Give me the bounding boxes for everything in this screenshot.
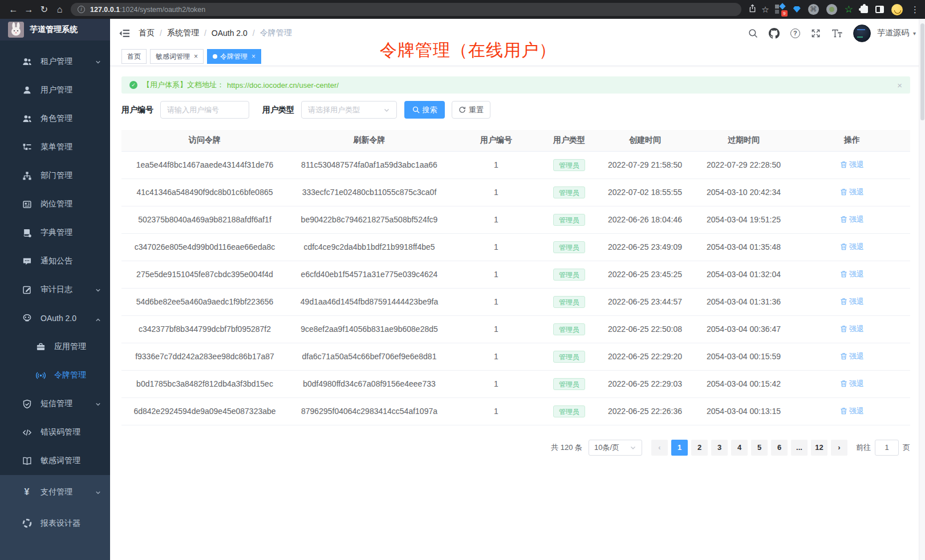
extensions-puzzle-icon[interactable]: [861, 6, 868, 13]
extension-command-icon[interactable]: ⌘: [808, 4, 819, 15]
user-type-badge: 管理员: [553, 351, 585, 363]
sidebar-item-10[interactable]: 应用管理: [0, 332, 110, 361]
sidebar-item-16[interactable]: 报表设计器: [0, 508, 110, 539]
sidebar-item-12[interactable]: 短信管理: [0, 389, 110, 418]
force-logout-button[interactable]: 强退: [840, 297, 864, 307]
cell-refresh-token: dfa6c71a50a54c66bef706ef9e6e8d81: [288, 343, 451, 370]
cell-access-token: 1ea5e44f8bc1467aaede43144f31de76: [121, 151, 288, 178]
force-logout-button[interactable]: 强退: [840, 214, 864, 225]
breadcrumb-item[interactable]: OAuth 2.0: [212, 29, 248, 38]
cell-actions: 强退: [794, 178, 910, 206]
tab-close-icon[interactable]: ×: [194, 53, 198, 60]
extension-grid-icon[interactable]: 9: [775, 4, 786, 15]
tab-label: 令牌管理: [220, 52, 248, 62]
breadcrumb-item[interactable]: 首页: [139, 28, 155, 38]
extension-dot-icon[interactable]: [826, 4, 837, 15]
url-text: 127.0.0.1:1024/system/oauth2/token: [90, 6, 205, 14]
prev-page-button[interactable]: ‹: [651, 440, 668, 456]
sidebar-toggle-icon[interactable]: [119, 29, 130, 38]
user-id-input[interactable]: [160, 101, 249, 119]
sidebar-root-menu: ¥支付管理报表设计器: [0, 475, 110, 560]
app-logo[interactable]: 芋道管理系统: [0, 19, 110, 40]
search-button-label: 搜索: [423, 105, 437, 115]
page-button-12[interactable]: 12: [811, 440, 827, 456]
browser-menu-icon[interactable]: ⋮: [911, 5, 919, 15]
extension-star-icon[interactable]: ☆: [845, 4, 853, 15]
fullscreen-icon[interactable]: [811, 29, 821, 38]
sidebar-item-1[interactable]: 用户管理: [0, 76, 110, 104]
scrollbar-thumb[interactable]: [920, 23, 924, 120]
goto-page-input[interactable]: [875, 440, 899, 456]
site-info-icon[interactable]: i: [78, 6, 85, 13]
address-bar[interactable]: i 127.0.0.1:1024/system/oauth2/token: [71, 3, 741, 16]
page-button-1[interactable]: 1: [671, 440, 688, 456]
table-row: 502375b8040a469a9b82188afdf6af1fbe90422b…: [121, 206, 910, 233]
cell-user-id: 1: [451, 151, 542, 178]
alert-close-icon[interactable]: ×: [897, 80, 902, 90]
force-logout-label: 强退: [849, 351, 864, 362]
reset-button[interactable]: 重置: [452, 101, 490, 119]
sidebar-item-7[interactable]: 通知公告: [0, 247, 110, 275]
font-size-icon[interactable]: [831, 29, 842, 38]
help-icon[interactable]: ?: [790, 29, 800, 38]
sidebar-item-2[interactable]: 角色管理: [0, 104, 110, 133]
tab-close-icon[interactable]: ×: [251, 53, 255, 60]
force-logout-button[interactable]: 强退: [840, 406, 864, 416]
column-header: 用户类型: [542, 130, 597, 151]
force-logout-button[interactable]: 强退: [840, 269, 864, 279]
sidebar-item-9[interactable]: OAuth 2.0: [0, 304, 110, 332]
caret-down-icon[interactable]: ▾: [913, 30, 916, 36]
browser-profile-avatar[interactable]: [891, 4, 903, 15]
tab-0[interactable]: 首页: [121, 49, 147, 64]
sidebar-item-15[interactable]: ¥支付管理: [0, 476, 110, 508]
share-icon[interactable]: [748, 4, 757, 15]
bookmark-star-icon[interactable]: ☆: [761, 5, 769, 15]
sidebar-item-8[interactable]: 审计日志: [0, 275, 110, 304]
notice-icon: [22, 256, 32, 266]
cell-user-id: 1: [451, 178, 542, 206]
page-button-4[interactable]: 4: [731, 440, 748, 456]
user-type-select[interactable]: 请选择用户类型: [301, 101, 397, 119]
tab-2[interactable]: 令牌管理×: [207, 49, 261, 64]
sidebar-item-14[interactable]: 敏感词管理: [0, 447, 110, 475]
page-button-3[interactable]: 3: [711, 440, 728, 456]
page-button-2[interactable]: 2: [691, 440, 708, 456]
sidebar-item-label: 短信管理: [40, 399, 72, 409]
sidebar-item-0[interactable]: 租户管理: [0, 47, 110, 76]
cell-user-type: 管理员: [542, 288, 597, 315]
sidebar-item-4[interactable]: 部门管理: [0, 161, 110, 190]
sidebar-item-6[interactable]: 字典管理: [0, 218, 110, 247]
github-icon[interactable]: [769, 28, 780, 39]
sidebar-item-5[interactable]: 岗位管理: [0, 190, 110, 218]
home-icon[interactable]: ⌂: [52, 0, 67, 19]
force-logout-button[interactable]: 强退: [840, 351, 864, 362]
search-icon[interactable]: [748, 29, 758, 38]
force-logout-button[interactable]: 强退: [840, 242, 864, 252]
extension-gem-icon[interactable]: [793, 6, 801, 13]
back-icon[interactable]: ←: [6, 0, 21, 19]
page-button-5[interactable]: 5: [751, 440, 768, 456]
cell-create-time: 2022-06-25 22:50:08: [597, 315, 693, 343]
force-logout-button[interactable]: 强退: [840, 160, 864, 170]
forward-icon[interactable]: →: [21, 0, 36, 19]
sidebar-item-3[interactable]: 菜单管理: [0, 133, 110, 161]
side-panel-icon[interactable]: [875, 6, 884, 13]
reload-icon[interactable]: ↻: [36, 0, 52, 19]
page-size-select[interactable]: 10条/页: [589, 440, 642, 456]
next-page-button[interactable]: ›: [831, 440, 847, 456]
user-avatar[interactable]: [853, 25, 871, 42]
tab-1[interactable]: 敏感词管理×: [150, 49, 204, 64]
force-logout-button[interactable]: 强退: [840, 379, 864, 389]
page-scrollbar[interactable]: [919, 19, 925, 560]
search-button[interactable]: 搜索: [404, 101, 445, 119]
force-logout-button[interactable]: 强退: [840, 324, 864, 334]
menu-tree-icon: [22, 142, 32, 152]
page-button-6[interactable]: 6: [771, 440, 788, 456]
alert-link[interactable]: https://doc.iocoder.cn/user-center/: [227, 81, 339, 90]
breadcrumb-item[interactable]: 系统管理: [167, 28, 199, 38]
sidebar-item-13[interactable]: 错误码管理: [0, 418, 110, 447]
force-logout-button[interactable]: 强退: [840, 187, 864, 197]
sidebar-item-11[interactable]: 令牌管理: [0, 361, 110, 389]
page-button-...[interactable]: ...: [791, 440, 808, 456]
username[interactable]: 芋道源码: [877, 28, 909, 38]
